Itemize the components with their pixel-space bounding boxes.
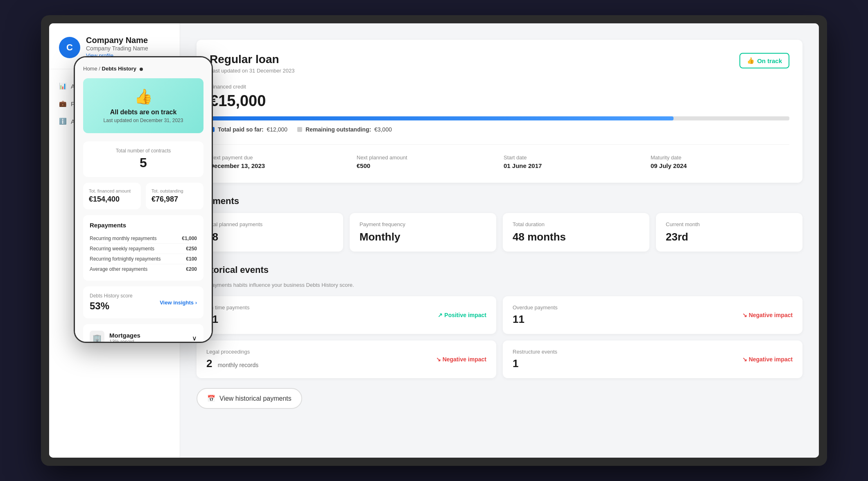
remaining-legend-item: Remaining outstanding: €3,000 xyxy=(297,126,392,133)
mobile-financed-amount: Tot. financed amount €154,400 xyxy=(83,183,141,209)
historical-events-section: Historical events Your payments habits i… xyxy=(197,265,802,409)
legal-value: 2 monthly records xyxy=(206,357,258,370)
payment-frequency-value: Monthly xyxy=(359,231,486,243)
payments-section-title: Payments xyxy=(197,196,802,206)
breadcrumb-current: Debts History xyxy=(102,66,137,72)
thumbs-up-icon: 👍 xyxy=(747,57,755,64)
trend-down-icon: ↘ xyxy=(742,312,747,318)
next-payment-due: Next payment due December 13, 2023 xyxy=(210,154,348,170)
total-duration-value: 48 months xyxy=(513,231,640,243)
remaining-legend-dot xyxy=(297,127,302,132)
mortgages-chevron-icon: ∨ xyxy=(192,334,197,342)
payment-frequency-card: Payment frequency Monthly xyxy=(350,213,496,252)
on-time-payments-card: On time payments 21 ↗ Positive impact xyxy=(197,296,496,334)
laptop-frame: C Company Name Company Trading Name View… xyxy=(41,15,827,466)
repayment-monthly: Recurring monthly repayments €1,000 xyxy=(90,234,197,244)
trend-up-icon: ↗ xyxy=(438,312,443,318)
progress-legend: Total paid so far: €12,000 Remaining out… xyxy=(210,126,789,133)
positive-impact-badge: ↗ Positive impact xyxy=(438,312,486,318)
main-content: Regular loan Last updated on 31 December… xyxy=(180,23,819,458)
mortgages-label: Mortgages xyxy=(109,332,140,339)
overdue-payments-card: Overdue payments 11 ↘ Negative impact xyxy=(503,296,802,334)
current-month-value: 23rd xyxy=(666,231,793,243)
restructure-events-card: Restructure events 1 ↘ Negative impact xyxy=(503,340,802,378)
negative-impact-badge-overdue: ↘ Negative impact xyxy=(742,312,793,318)
repayment-weekly: Recurring weekly repayments €250 xyxy=(90,244,197,254)
historical-events-subtitle: Your payments habits influence your busi… xyxy=(197,282,802,288)
restructure-value: 1 xyxy=(513,357,557,370)
mobile-total-contracts: Total number of contracts 5 xyxy=(83,141,203,177)
on-track-badge: 👍 On track xyxy=(739,53,789,68)
about-icon: ℹ️ xyxy=(59,118,67,125)
trend-down-icon-3: ↘ xyxy=(742,356,747,363)
mobile-hero-card: 👍 All debts are on track Last updated on… xyxy=(83,78,203,133)
payments-grid: Total planned payments 68 Payment freque… xyxy=(197,213,802,252)
view-payments-label: View historical payments xyxy=(219,395,292,402)
loan-card: Regular loan Last updated on 31 December… xyxy=(197,40,802,183)
total-planned-payments-card: Total planned payments 68 xyxy=(197,213,343,252)
repayment-other: Average other repayments €200 xyxy=(90,264,197,274)
company-name: Company Name xyxy=(86,36,148,45)
financed-amount: €15,000 xyxy=(210,92,789,110)
mobile-score-section: Debts History score 53% View insights › xyxy=(83,286,203,318)
mobile-mortgages-item[interactable]: 🏢 Mortgages 13% repaid ∨ xyxy=(83,324,203,342)
mortgages-sub: 13% repaid xyxy=(109,339,140,342)
loan-title-group: Regular loan Last updated on 31 December… xyxy=(210,53,294,74)
finance-icon: 💼 xyxy=(59,100,67,107)
mobile-hero-title: All debts are on track xyxy=(93,109,194,116)
mobile-screen: Home / Debts History 👍 All debts are on … xyxy=(75,57,212,342)
start-date: Start date 01 June 2017 xyxy=(504,154,642,170)
progress-bar-fill xyxy=(210,116,674,120)
overdue-value: 11 xyxy=(513,313,558,326)
company-avatar: C xyxy=(59,37,80,58)
mobile-two-col-stats: Tot. financed amount €154,400 Tot. outst… xyxy=(83,183,203,209)
paid-label: Total paid so far: €12,000 xyxy=(218,126,287,133)
company-initial: C xyxy=(66,42,73,53)
progress-bar-container xyxy=(210,116,789,120)
repayment-fortnightly: Recurring fortnightly repayments €100 xyxy=(90,254,197,264)
breadcrumb-dot xyxy=(140,68,143,71)
paid-legend-item: Total paid so far: €12,000 xyxy=(210,126,287,133)
outstanding-value: €76,987 xyxy=(151,195,198,204)
legal-proceedings-card: Legal proceedings 2 monthly records ↘ Ne… xyxy=(197,340,496,378)
mobile-overlay: Home / Debts History 👍 All debts are on … xyxy=(74,56,213,343)
negative-impact-badge-restructure: ↘ Negative impact xyxy=(742,356,793,363)
score-label: Debts History score xyxy=(90,293,133,299)
mobile-breadcrumb: Home / Debts History xyxy=(83,66,203,72)
trend-down-icon-2: ↘ xyxy=(436,356,441,363)
score-value: 53% xyxy=(90,300,133,312)
historical-events-title: Historical events xyxy=(197,265,802,275)
outstanding-label: Tot. outstanding xyxy=(151,188,198,193)
repayments-title: Repayments xyxy=(90,222,197,229)
company-info: Company Name Company Trading Name View p… xyxy=(86,36,148,59)
calendar-icon: 📅 xyxy=(207,395,215,402)
loan-details-grid: Next payment due December 13, 2023 Next … xyxy=(210,144,789,170)
mobile-outstanding: Tot. outstanding €76,987 xyxy=(146,183,203,209)
mobile-repayments-section: Repayments Recurring monthly repayments … xyxy=(83,215,203,281)
view-historical-payments-button[interactable]: 📅 View historical payments xyxy=(197,388,302,409)
total-duration-card: Total duration 48 months xyxy=(503,213,649,252)
loan-subtitle: Last updated on 31 December 2023 xyxy=(210,68,294,74)
mobile-thumbs-icon: 👍 xyxy=(93,88,194,105)
next-planned-amount: Next planned amount €500 xyxy=(357,154,495,170)
total-contracts-label: Total number of contracts xyxy=(90,148,197,154)
chart-icon: 📊 xyxy=(59,82,67,90)
maturity-date: Maturity date 09 July 2024 xyxy=(651,154,789,170)
current-month-card: Current month 23rd xyxy=(656,213,802,252)
financed-amount-label: Tot. financed amount xyxy=(89,188,135,193)
on-track-label: On track xyxy=(757,57,782,64)
view-insights-link[interactable]: View insights › xyxy=(160,299,197,306)
total-contracts-value: 5 xyxy=(90,155,197,170)
company-trading-name: Company Trading Name xyxy=(86,45,148,52)
financed-amount-value: €154,400 xyxy=(89,195,135,204)
loan-title: Regular loan xyxy=(210,53,294,66)
breadcrumb-home: Home xyxy=(83,66,97,72)
loan-header: Regular loan Last updated on 31 December… xyxy=(210,53,789,74)
negative-impact-badge-legal: ↘ Negative impact xyxy=(436,356,486,363)
financed-credit-label: Financed credit xyxy=(210,84,789,90)
building-icon: 🏢 xyxy=(90,331,104,342)
remaining-label: Remaining outstanding: €3,000 xyxy=(305,126,392,133)
events-grid: On time payments 21 ↗ Positive impact xyxy=(197,296,802,378)
total-planned-value: 68 xyxy=(206,231,333,243)
mobile-hero-subtitle: Last updated on December 31, 2023 xyxy=(93,118,194,123)
